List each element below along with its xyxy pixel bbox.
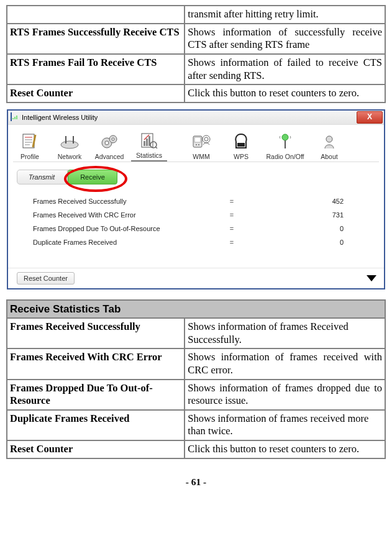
svg-line-18: [155, 147, 157, 148]
toolbar-profile[interactable]: Profile: [12, 132, 48, 162]
network-icon: [52, 132, 88, 152]
table-cell: Frames Received With CRC Error: [7, 349, 184, 378]
toolbar: Profile Network Advanced Statistics: [8, 125, 384, 162]
radio-icon: [263, 132, 308, 152]
toolbar-label: Advanced: [95, 153, 124, 160]
profile-icon: [12, 132, 48, 152]
bottom-bar: Reset Counter: [8, 268, 384, 288]
equals-sign: =: [219, 211, 244, 219]
toolbar-advanced[interactable]: Advanced: [91, 132, 127, 162]
stat-value: 0: [244, 239, 349, 246]
equals-sign: =: [219, 239, 244, 246]
app-icon: [11, 113, 19, 122]
svg-point-24: [203, 135, 210, 143]
statistics-icon: [131, 130, 167, 150]
page-number: - 61 -: [6, 465, 386, 490]
table-cell: Reset Counter: [7, 441, 184, 458]
close-button[interactable]: X: [357, 111, 383, 124]
table-cell: Shows information of frames Received Suc…: [185, 319, 385, 348]
advanced-icon: [91, 132, 127, 152]
table-cell: RTS Frames Fail To Receive CTS: [7, 55, 184, 84]
wmm-icon: [183, 132, 219, 152]
toolbar-radio[interactable]: Radio On/Off: [263, 132, 308, 162]
table-cell: transmit after hitting retry limit.: [185, 6, 385, 23]
tab-transmit[interactable]: Transmit: [17, 170, 66, 184]
wps-icon: [223, 132, 259, 152]
stat-value: 452: [244, 198, 349, 205]
toolbar-wmm[interactable]: WMM: [183, 132, 219, 162]
reset-counter-button[interactable]: Reset Counter: [17, 272, 75, 285]
svg-rect-25: [237, 143, 245, 147]
subtabs: Transmit Receive: [8, 162, 384, 191]
stat-row: Frames Received Successfully = 452: [33, 194, 375, 208]
svg-rect-14: [144, 141, 145, 146]
stat-row: Duplicate Frames Received = 0: [33, 235, 375, 249]
svg-point-23: [204, 137, 208, 141]
table-cell: Shows information of frames received wit…: [185, 349, 385, 378]
table-cell: Shows information of frames dropped due …: [185, 380, 385, 409]
svg-rect-20: [194, 137, 201, 142]
table-cell: Duplicate Frames Received: [7, 411, 184, 440]
utility-screenshot: Intelligent Wireless Utility X Profile N…: [7, 109, 385, 289]
svg-point-10: [105, 141, 109, 145]
table-cell: Shows information of successfully receiv…: [185, 24, 385, 53]
toolbar-statistics[interactable]: Statistics: [131, 130, 167, 162]
svg-rect-21: [196, 144, 197, 145]
toolbar-about[interactable]: About: [311, 132, 347, 162]
svg-rect-15: [146, 139, 148, 146]
svg-point-12: [112, 138, 114, 140]
table-cell: RTS Frames Successfully Receive CTS: [7, 24, 184, 53]
toolbar-label: Radio On/Off: [266, 153, 304, 160]
toolbar-wps[interactable]: WPS: [223, 132, 259, 162]
transmit-stats-continued-table: transmit after hitting retry limit. RTS …: [6, 5, 386, 103]
toolbar-label: WMM: [193, 153, 209, 160]
equals-sign: =: [219, 225, 244, 232]
toolbar-network[interactable]: Network: [52, 132, 88, 162]
stat-value: 731: [244, 211, 349, 219]
stat-label: Frames Dropped Due To Out-of-Resource: [33, 225, 219, 232]
table-cell: Shows information of failed to receive C…: [185, 55, 385, 84]
table-cell: Click this button to reset counters to z…: [185, 441, 385, 458]
about-icon: [311, 132, 347, 152]
table-header: Receive Statistics Tab: [7, 301, 385, 317]
svg-point-28: [326, 136, 332, 142]
stat-value: 0: [244, 225, 349, 232]
stats-list: Frames Received Successfully = 452 Frame…: [8, 191, 384, 268]
expand-down-icon[interactable]: [367, 275, 376, 281]
table-cell: Reset Counter: [7, 85, 184, 102]
svg-point-6: [61, 141, 78, 148]
stat-label: Duplicate Frames Received: [33, 239, 219, 246]
toolbar-label: About: [321, 153, 337, 160]
toolbar-label: Profile: [21, 153, 39, 160]
table-cell: Click this button to reset counters to z…: [185, 85, 385, 102]
table-cell: Shows information of frames received mor…: [185, 411, 385, 440]
table-cell: Frames Received Successfully: [7, 319, 184, 348]
table-cell: [7, 6, 184, 23]
table-cell: Frames Dropped Due To Out-of-Resource: [7, 380, 184, 409]
toolbar-label: Network: [58, 153, 82, 160]
svg-point-26: [282, 134, 288, 140]
stat-row: Frames Received With CRC Error = 731: [33, 208, 375, 222]
toolbar-label: WPS: [234, 153, 248, 160]
titlebar: Intelligent Wireless Utility X: [8, 111, 384, 125]
receive-stats-table: Receive Statistics Tab Frames Received S…: [6, 299, 386, 459]
svg-rect-22: [198, 144, 199, 145]
stat-label: Frames Received With CRC Error: [33, 211, 219, 219]
tab-receive[interactable]: Receive: [68, 170, 117, 184]
stat-label: Frames Received Successfully: [33, 198, 219, 205]
equals-sign: =: [219, 198, 244, 205]
window-title: Intelligent Wireless Utility: [22, 114, 98, 121]
stat-row: Frames Dropped Due To Out-of-Resource = …: [33, 222, 375, 235]
toolbar-label: Statistics: [136, 152, 162, 159]
